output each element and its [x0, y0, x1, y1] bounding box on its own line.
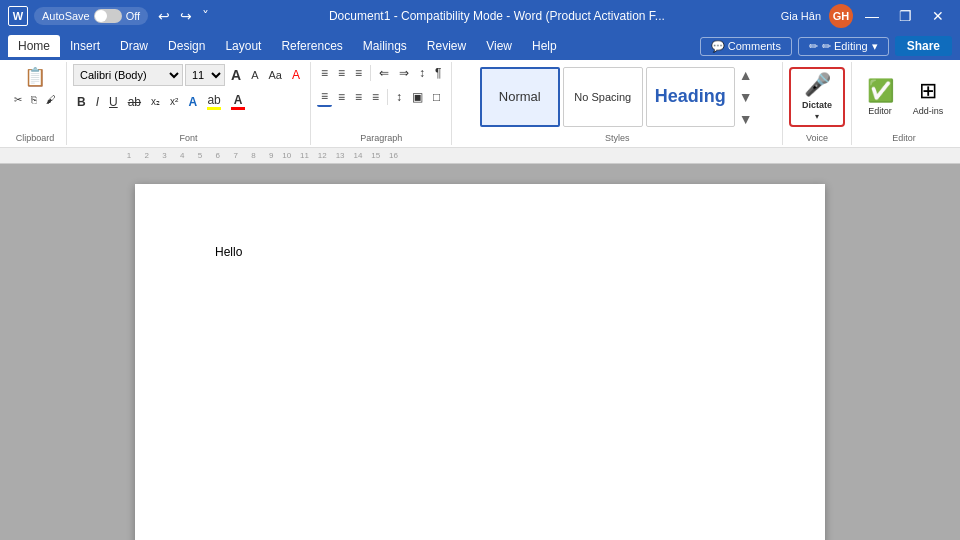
subscript-button[interactable]: x₂ [147, 94, 164, 109]
justify-button[interactable]: ≡ [368, 88, 383, 106]
undo-redo-group: ↩ ↪ ˅ [154, 6, 213, 26]
styles-scroll-up[interactable]: ▲ [737, 67, 755, 83]
editor-button[interactable]: ✅ Editor [858, 74, 902, 120]
autosave-toggle[interactable]: AutoSave Off [34, 7, 148, 25]
quick-access-more[interactable]: ˅ [198, 6, 213, 26]
editing-button[interactable]: ✏ ✏ Editing ▾ [798, 37, 889, 56]
style-heading1[interactable]: Heading [646, 67, 735, 127]
tab-help[interactable]: Help [522, 35, 567, 57]
show-marks-button[interactable]: ¶ [431, 64, 445, 82]
change-case-button[interactable]: Aa [264, 67, 285, 83]
minimize-button[interactable]: — [857, 6, 887, 26]
font-group: Calibri (Body) 11 A A Aa A B I U ab x₂ x… [67, 62, 311, 145]
dictate-button[interactable]: 🎤 Dictate ▾ [789, 67, 845, 127]
document-content[interactable]: Hello [215, 244, 745, 261]
font-family-select[interactable]: Calibri (Body) [73, 64, 183, 86]
clear-formatting-button[interactable]: A [288, 66, 304, 84]
underline-button[interactable]: U [105, 93, 122, 111]
addins-icon: ⊞ [919, 78, 937, 104]
align-center-button[interactable]: ≡ [334, 88, 349, 106]
highlight-button[interactable]: ab [203, 91, 225, 112]
numbering-button[interactable]: ≡ [334, 64, 349, 82]
voice-label: Voice [806, 131, 828, 143]
editor-group: ✅ Editor ⊞ Add-ins Editor [852, 62, 956, 145]
increase-indent-button[interactable]: ⇒ [395, 64, 413, 82]
editing-label: ✏ Editing [822, 40, 868, 53]
title-bar-center: Document1 - Compatibility Mode - Word (P… [213, 9, 780, 23]
tab-design[interactable]: Design [158, 35, 215, 57]
dictate-label: Dictate [802, 100, 832, 110]
restore-button[interactable]: ❐ [891, 6, 920, 26]
decrease-indent-button[interactable]: ⇐ [375, 64, 393, 82]
text-effects-button[interactable]: A [184, 93, 201, 111]
shading-button[interactable]: ▣ [408, 88, 427, 106]
tab-layout[interactable]: Layout [215, 35, 271, 57]
autosave-label: AutoSave [42, 10, 90, 22]
border-button[interactable]: □ [429, 88, 444, 106]
font-color-button[interactable]: A [227, 91, 249, 112]
tab-view[interactable]: View [476, 35, 522, 57]
line-spacing-button[interactable]: ↕ [392, 88, 406, 106]
document-title: Document1 - Compatibility Mode - Word (P… [329, 9, 665, 23]
multilevel-button[interactable]: ≡ [351, 64, 366, 82]
tab-review[interactable]: Review [417, 35, 476, 57]
dictate-arrow: ▾ [815, 112, 819, 121]
styles-scroll: ▲ ▼ ▼ [737, 65, 755, 129]
sort-button[interactable]: ↕ [415, 64, 429, 82]
title-bar-left: W AutoSave Off ↩ ↪ ˅ [8, 6, 213, 26]
document-page[interactable]: Hello [135, 184, 825, 540]
user-name: Gia Hân [781, 10, 821, 22]
grow-font-button[interactable]: A [227, 65, 245, 85]
styles-group: Normal No Spacing Heading ▲ ▼ ▼ Styles [452, 62, 783, 145]
shrink-font-button[interactable]: A [247, 67, 262, 83]
cut-button[interactable]: ✂ [10, 92, 26, 107]
para-sep1 [370, 65, 371, 81]
font-row1: Calibri (Body) 11 A A Aa A [73, 64, 304, 86]
align-left-button[interactable]: ≡ [317, 87, 332, 107]
styles-scroll-down[interactable]: ▼ [737, 89, 755, 105]
font-size-select[interactable]: 11 [185, 64, 225, 86]
copy-button[interactable]: ⎘ [27, 92, 41, 107]
toggle-pill[interactable] [94, 9, 122, 23]
styles-more[interactable]: ▼ [737, 111, 755, 127]
comments-icon: 💬 [711, 40, 725, 52]
addins-button[interactable]: ⊞ Add-ins [906, 74, 950, 120]
bold-button[interactable]: B [73, 93, 90, 111]
tab-insert[interactable]: Insert [60, 35, 110, 57]
autosave-state: Off [126, 10, 140, 22]
tab-home[interactable]: Home [8, 35, 60, 57]
bullets-button[interactable]: ≡ [317, 64, 332, 82]
para-row1: ≡ ≡ ≡ ⇐ ⇒ ↕ ¶ [317, 64, 446, 82]
close-button[interactable]: ✕ [924, 6, 952, 26]
mic-icon: 🎤 [804, 72, 831, 98]
style-heading-label: Heading [655, 86, 726, 107]
format-painter-button[interactable]: 🖌 [42, 92, 60, 107]
word-icon: W [8, 6, 28, 26]
editing-icon: ✏ [809, 40, 818, 53]
tab-draw[interactable]: Draw [110, 35, 158, 57]
styles-container: Normal No Spacing Heading [480, 67, 735, 127]
toggle-knob [95, 10, 107, 22]
comments-button[interactable]: 💬 Comments [700, 37, 792, 56]
style-normal[interactable]: Normal [480, 67, 560, 127]
font-label: Font [179, 131, 197, 143]
paste-button[interactable]: 📋 [18, 64, 52, 90]
editor-icon: ✅ [867, 78, 894, 104]
style-no-spacing[interactable]: No Spacing [563, 67, 643, 127]
share-button[interactable]: Share [895, 36, 952, 56]
undo-button[interactable]: ↩ [154, 6, 174, 26]
styles-label: Styles [605, 131, 630, 143]
tab-mailings[interactable]: Mailings [353, 35, 417, 57]
italic-button[interactable]: I [92, 93, 103, 111]
clipboard-label: Clipboard [16, 131, 55, 143]
tab-references[interactable]: References [271, 35, 352, 57]
redo-button[interactable]: ↪ [176, 6, 196, 26]
document-area: Hello [0, 164, 960, 540]
superscript-button[interactable]: x² [166, 94, 182, 109]
style-no-spacing-label: No Spacing [574, 91, 631, 103]
document-text: Hello [215, 245, 242, 259]
align-right-button[interactable]: ≡ [351, 88, 366, 106]
strikethrough-button[interactable]: ab [124, 93, 145, 111]
avatar[interactable]: GH [829, 4, 853, 28]
para-sep2 [387, 89, 388, 105]
